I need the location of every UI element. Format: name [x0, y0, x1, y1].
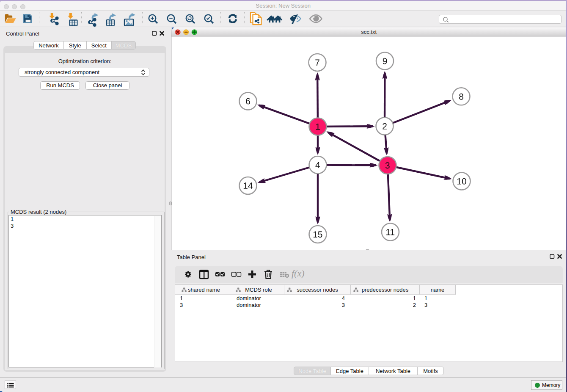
svg-text:10: 10: [457, 177, 466, 186]
svg-text:1: 1: [315, 121, 320, 131]
svg-text:7: 7: [315, 58, 320, 67]
svg-text:14: 14: [243, 181, 253, 190]
svg-text:4: 4: [315, 160, 320, 170]
svg-text:15: 15: [313, 229, 322, 239]
svg-text:3: 3: [385, 160, 390, 170]
svg-text:6: 6: [245, 96, 250, 106]
svg-text:2: 2: [382, 121, 387, 131]
svg-text:11: 11: [385, 227, 395, 237]
svg-text:9: 9: [383, 56, 388, 66]
svg-text:8: 8: [459, 91, 464, 101]
